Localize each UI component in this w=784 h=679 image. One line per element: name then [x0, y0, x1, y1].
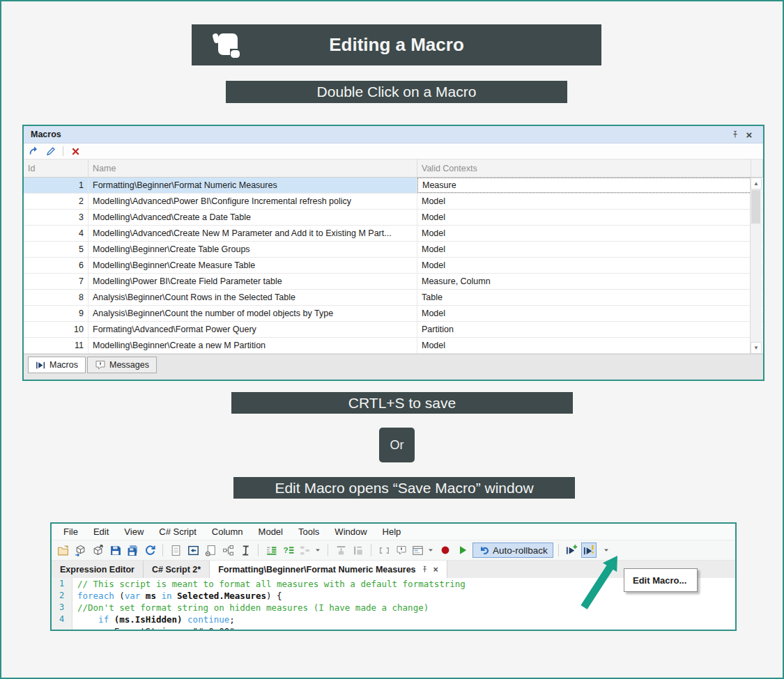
line-number: 2	[52, 590, 72, 602]
cell-valid-contexts: Model	[417, 226, 751, 241]
code-text: // This script is meant to format all me…	[72, 578, 466, 590]
close-icon[interactable]: ×	[433, 565, 438, 575]
macro-scroll-icon	[210, 29, 243, 62]
edit-macro-tooltip: Edit Macro...	[624, 568, 698, 592]
menu-item-c-script[interactable]: C# Script	[151, 526, 203, 537]
page-title: Editing a Macro	[329, 34, 464, 56]
open-file-icon[interactable]	[55, 543, 70, 558]
pin-icon[interactable]	[421, 565, 429, 573]
panel-footer-tabs: MacrosMessages	[24, 354, 763, 380]
cell-id: 7	[24, 274, 89, 289]
menu-item-column[interactable]: Column	[204, 526, 251, 537]
menu-item-edit[interactable]: Edit	[86, 526, 116, 537]
table-scrollbar[interactable]: ▲ ▼	[750, 178, 762, 354]
run-script-icon[interactable]	[455, 543, 470, 558]
save-all-icon[interactable]	[125, 543, 140, 558]
table-row[interactable]: 4Modelling\Advanced\Create New M Paramet…	[24, 226, 763, 242]
editor-toolbar: ?Auto-rollback	[52, 540, 735, 561]
table-row[interactable]: 9Analysis\Beginner\Count the number of m…	[24, 306, 763, 322]
macros-table: 1Formatting\Beginner\Format Numeric Meas…	[24, 178, 763, 354]
scroll-down-icon[interactable]: ▼	[751, 342, 762, 354]
selection-box-icon[interactable]	[376, 543, 392, 558]
cell-name: Modelling\Beginner\Create Measure Table	[89, 258, 417, 273]
record-macro-icon[interactable]	[438, 543, 453, 558]
menu-item-window[interactable]: Window	[327, 526, 374, 537]
new-document-icon[interactable]	[168, 543, 183, 558]
menu-item-view[interactable]: View	[116, 526, 151, 537]
table-row[interactable]: 8Analysis\Beginner\Count Rows in the Sel…	[24, 290, 763, 306]
editor-tab-c-script-2[interactable]: C# Script 2*	[144, 561, 210, 578]
code-line: ms.FormatString = "#,0.00";	[52, 625, 735, 630]
panel-tab-messages[interactable]: Messages	[87, 357, 157, 373]
cell-name: Formatting\Beginner\Format Numeric Measu…	[89, 178, 417, 193]
table-row[interactable]: 3Modelling\Advanced\Create a Date TableM…	[24, 210, 763, 226]
cell-id: 6	[24, 258, 89, 273]
panel-tab-label: Macros	[49, 360, 78, 370]
table-row[interactable]: 10Formating\Advanced\Format Power QueryP…	[24, 322, 763, 338]
pin-icon[interactable]	[728, 130, 742, 139]
column-header-valid-contexts[interactable]: Valid Contexts	[417, 159, 751, 177]
table-row[interactable]: 11Modelling\Beginner\Create a new M Part…	[24, 338, 763, 354]
tab-label: C# Script 2*	[152, 565, 201, 575]
save-icon[interactable]	[107, 543, 123, 558]
column-header-name[interactable]: Name	[89, 159, 417, 177]
table-row[interactable]: 7Modelling\Power BI\Create Field Paramet…	[24, 274, 763, 290]
page: Editing a Macro Double Click on a Macro …	[0, 0, 784, 679]
format-query-icon[interactable]: ?	[281, 543, 296, 558]
cell-id: 4	[24, 226, 89, 241]
panel-tab-macros[interactable]: Macros	[28, 357, 86, 373]
toolbar-separator	[328, 544, 328, 556]
run-macro-icon[interactable]	[27, 145, 41, 157]
macros-panel-titlebar: Macros ×	[24, 126, 763, 143]
chevron-down-icon	[426, 546, 435, 554]
toolbar-separator	[258, 544, 259, 556]
editor-tab-formatting-beginner-format-numeric-measures[interactable]: Formatting\Beginner\Format Numeric Measu…	[210, 561, 447, 578]
delete-macro-icon[interactable]	[68, 145, 82, 157]
format-dax-icon[interactable]	[263, 543, 279, 558]
scroll-up-icon[interactable]: ▲	[751, 178, 762, 189]
layout-window-icon[interactable]	[411, 543, 436, 558]
close-icon[interactable]: ×	[742, 129, 756, 141]
preview-changes-icon[interactable]	[185, 543, 201, 558]
cell-name: Modelling\Advanced\Create a Date Table	[89, 210, 417, 225]
cell-valid-contexts: Model	[417, 210, 751, 225]
distribute-objects-icon[interactable]	[351, 543, 366, 558]
refresh-icon[interactable]	[142, 543, 157, 558]
menu-item-file[interactable]: File	[56, 526, 86, 537]
align-objects-icon[interactable]	[333, 543, 348, 558]
cell-id: 1	[24, 178, 89, 193]
editor-tab-expression-editor[interactable]: Expression Editor	[52, 561, 144, 578]
new-partition-icon[interactable]	[203, 543, 218, 558]
messages-icon[interactable]	[394, 543, 409, 558]
banner-edit-macro: Edit Macro opens “Save Macro” window	[233, 477, 575, 499]
toolbar-separator	[162, 544, 163, 556]
banner-double-click: Double Click on a Macro	[226, 81, 567, 103]
title-banner: Editing a Macro	[192, 24, 601, 65]
table-row[interactable]: 2Modelling\Advanced\Power BI\Configure I…	[24, 194, 763, 210]
edit-macro-icon[interactable]	[44, 145, 58, 157]
import-model-icon[interactable]	[72, 543, 88, 558]
column-header-id[interactable]: Id	[24, 159, 89, 177]
table-row[interactable]: 6Modelling\Beginner\Create Measure Table…	[24, 258, 763, 274]
cell-valid-contexts: Model	[417, 306, 751, 321]
macros-panel-title: Macros	[31, 130, 61, 139]
code-line: 3//Don't set format string on hidden mea…	[52, 602, 735, 614]
menu-item-help[interactable]: Help	[375, 526, 409, 537]
table-row[interactable]: 5Modelling\Beginner\Create Table GroupsM…	[24, 242, 763, 258]
cell-id: 11	[24, 338, 89, 353]
line-number: 3	[52, 602, 72, 614]
hierarchy-icon[interactable]	[220, 543, 236, 558]
banner-or: Or	[379, 428, 415, 462]
cell-id: 8	[24, 290, 89, 305]
auto-rollback-button[interactable]: Auto-rollback	[472, 543, 553, 558]
script-icon[interactable]	[238, 543, 253, 558]
deploy-model-icon[interactable]	[90, 543, 105, 558]
menu-item-tools[interactable]: Tools	[291, 526, 327, 537]
cell-name: Modelling\Beginner\Create Table Groups	[89, 242, 417, 257]
scrollbar-thumb[interactable]	[751, 190, 760, 224]
menu-item-model[interactable]: Model	[251, 526, 291, 537]
menu-bar: FileEditViewC# ScriptColumnModelToolsWin…	[52, 524, 735, 540]
table-row[interactable]: 1Formatting\Beginner\Format Numeric Meas…	[24, 178, 763, 194]
line-number: 1	[52, 578, 72, 590]
diagram-dropdown-icon[interactable]	[298, 543, 323, 558]
